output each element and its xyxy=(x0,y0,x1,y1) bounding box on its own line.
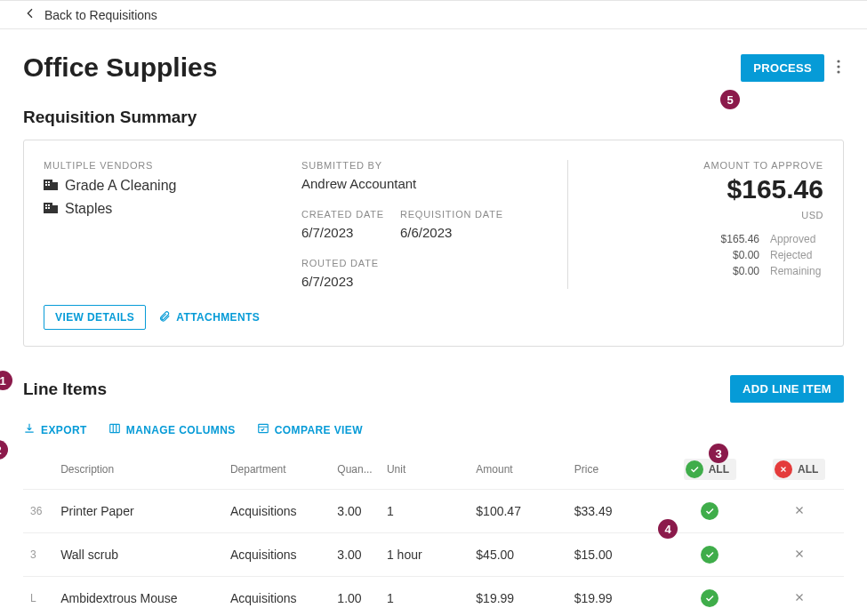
amount-to-approve-label: AMOUNT TO APPROVE xyxy=(592,160,823,171)
amount-to-approve-value: $165.46 xyxy=(592,174,823,204)
table-row: 3Wall scrubAcquisitions3.001 hour$45.00$… xyxy=(23,533,844,577)
cell-unit: 1 xyxy=(380,577,469,617)
created-date-label: CREATED DATE xyxy=(301,209,384,220)
breakdown-label: Remaining xyxy=(770,265,823,277)
paperclip-icon xyxy=(158,310,171,325)
cell-department: Acquisitions xyxy=(223,533,330,577)
reject-row-button[interactable] xyxy=(793,548,806,560)
compare-view-link[interactable]: COMPARE VIEW xyxy=(257,422,363,437)
svg-rect-6 xyxy=(48,181,50,183)
submitted-by-label: SUBMITTED BY xyxy=(301,160,542,171)
currency-label: USD xyxy=(592,210,823,220)
line-items-table: Description Department Quan... Unit Amou… xyxy=(23,450,844,616)
routed-date-value: 6/7/2023 xyxy=(301,274,542,289)
process-button[interactable]: PROCESS xyxy=(741,54,824,82)
reject-row-button[interactable] xyxy=(793,504,806,516)
svg-rect-10 xyxy=(52,205,58,213)
created-date-value: 6/7/2023 xyxy=(301,225,384,240)
approve-row-button[interactable] xyxy=(701,502,718,520)
cell-id: 3 xyxy=(23,533,53,577)
svg-rect-11 xyxy=(45,204,47,206)
vendors-label: MULTIPLE VENDORS xyxy=(44,160,275,171)
reject-all-button[interactable]: ALL xyxy=(773,459,825,480)
cell-amount: $19.99 xyxy=(469,577,566,617)
breakdown-amount: $165.46 xyxy=(706,233,759,245)
manage-columns-link[interactable]: MANAGE COLUMNS xyxy=(108,422,236,437)
cell-quantity: 3.00 xyxy=(330,490,380,533)
col-header-price[interactable]: Price xyxy=(567,450,665,490)
col-header-description[interactable]: Description xyxy=(53,450,223,490)
cell-department: Acquisitions xyxy=(223,577,330,617)
svg-point-0 xyxy=(837,60,839,62)
manage-columns-label: MANAGE COLUMNS xyxy=(126,424,236,436)
vendor-name: Grade A Cleaning xyxy=(65,178,176,194)
svg-rect-13 xyxy=(45,207,47,209)
reject-row-button[interactable] xyxy=(793,591,806,604)
col-header-unit[interactable]: Unit xyxy=(380,450,469,490)
attachments-link[interactable]: ATTACHMENTS xyxy=(158,310,260,325)
svg-rect-7 xyxy=(45,184,47,186)
callout-5: 5 xyxy=(720,90,740,109)
cell-price: $15.00 xyxy=(567,533,665,577)
page-title: Office Supplies xyxy=(23,52,217,83)
more-options-icon[interactable] xyxy=(833,56,844,80)
building-icon xyxy=(44,201,58,217)
summary-card: MULTIPLE VENDORS Grade A Cleaning Staple… xyxy=(23,140,844,347)
attachments-label: ATTACHMENTS xyxy=(176,311,260,324)
approve-all-button[interactable]: ALL xyxy=(684,459,736,480)
divider xyxy=(567,160,568,289)
x-circle-icon xyxy=(775,460,792,478)
export-link[interactable]: EXPORT xyxy=(23,422,87,437)
col-header-amount[interactable]: Amount xyxy=(469,450,566,490)
breakdown-amount: $0.00 xyxy=(706,265,759,277)
svg-rect-5 xyxy=(45,181,47,183)
requisition-date-value: 6/6/2023 xyxy=(400,225,503,240)
breakdown-label: Rejected xyxy=(770,249,823,261)
back-to-requisitions-link[interactable]: Back to Requisitions xyxy=(23,6,157,23)
back-label: Back to Requisitions xyxy=(44,8,157,22)
approve-all-label: ALL xyxy=(709,463,729,476)
cell-amount: $100.47 xyxy=(469,490,566,533)
vendor-name: Staples xyxy=(65,201,112,217)
add-line-item-button[interactable]: ADD LINE ITEM xyxy=(730,375,844,403)
compare-view-label: COMPARE VIEW xyxy=(275,424,363,436)
svg-rect-12 xyxy=(48,204,50,206)
cell-price: $33.49 xyxy=(567,490,665,533)
line-items-heading: Line Items xyxy=(23,380,107,399)
callout-3: 3 xyxy=(709,444,728,463)
building-icon xyxy=(44,178,58,194)
reject-all-label: ALL xyxy=(798,463,818,476)
table-row: 36Printer PaperAcquisitions3.001$100.47$… xyxy=(23,490,844,533)
svg-rect-16 xyxy=(258,424,268,432)
submitted-by-value: Andrew Accountant xyxy=(301,176,542,191)
approve-row-button[interactable] xyxy=(701,589,718,607)
export-label: EXPORT xyxy=(41,424,87,436)
vendor-row: Staples xyxy=(44,201,275,217)
cell-price: $19.99 xyxy=(567,577,665,617)
svg-point-1 xyxy=(837,65,839,68)
cell-unit: 1 hour xyxy=(380,533,469,577)
check-circle-icon xyxy=(686,460,703,478)
view-details-button[interactable]: VIEW DETAILS xyxy=(44,305,146,330)
callout-4: 4 xyxy=(658,519,678,539)
cell-description: Wall scrub xyxy=(53,533,223,577)
svg-rect-14 xyxy=(48,207,50,209)
svg-rect-8 xyxy=(48,184,50,186)
download-icon xyxy=(23,422,36,437)
cell-unit: 1 xyxy=(380,490,469,533)
callout-2: 2 xyxy=(0,440,8,460)
columns-icon xyxy=(108,422,121,437)
cell-amount: $45.00 xyxy=(469,533,566,577)
callout-1: 1 xyxy=(0,371,12,390)
cell-department: Acquisitions xyxy=(223,490,330,533)
cell-description: Printer Paper xyxy=(53,490,223,533)
table-row: LAmbidextrous MouseAcquisitions1.001$19.… xyxy=(23,577,844,617)
svg-point-2 xyxy=(837,70,839,73)
cell-description: Ambidextrous Mouse xyxy=(53,577,223,617)
approve-row-button[interactable] xyxy=(701,546,718,564)
col-header-department[interactable]: Department xyxy=(223,450,330,490)
cell-id: 36 xyxy=(23,490,53,533)
arrow-left-icon xyxy=(23,6,37,23)
col-header-quantity[interactable]: Quan... xyxy=(330,450,380,490)
routed-date-label: ROUTED DATE xyxy=(301,258,542,268)
